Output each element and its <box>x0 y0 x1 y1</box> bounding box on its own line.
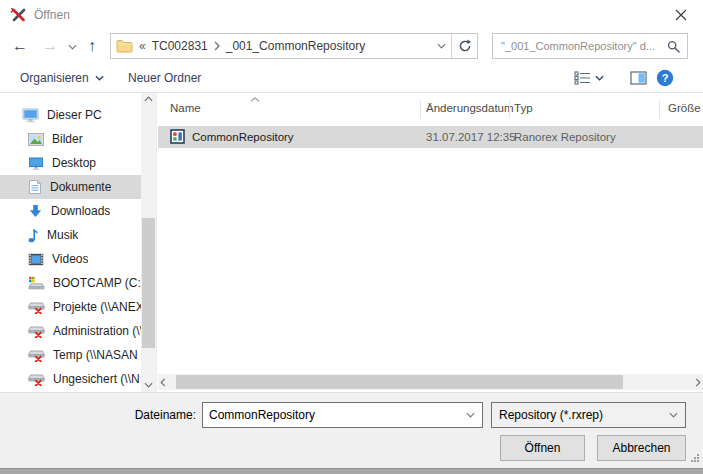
forward-button: → <box>42 34 58 58</box>
column-headers: Name Änderungsdatum Typ Größe <box>158 96 703 120</box>
documents-icon <box>28 179 42 195</box>
navigation-pane: Dieser PCBilderDesktopDokumenteDownloads… <box>0 93 157 392</box>
address-dropdown-icon[interactable] <box>431 43 451 49</box>
scroll-down-icon[interactable] <box>141 382 156 388</box>
column-divider[interactable] <box>509 100 510 118</box>
close-button[interactable] <box>658 0 703 30</box>
downloads-icon <box>28 204 43 219</box>
network-drive-disconnected-icon <box>28 324 45 338</box>
sidebar-item-label: Dieser PC <box>47 108 102 122</box>
sidebar-item-label: Desktop <box>52 156 96 170</box>
new-folder-label: Neuer Ordner <box>128 71 201 85</box>
address-overflow-indicator[interactable]: « <box>139 39 146 53</box>
ranorex-app-icon <box>10 7 27 23</box>
preview-pane-button[interactable] <box>630 63 647 92</box>
sidebar-item-videos[interactable]: Videos <box>0 247 141 271</box>
column-header-size[interactable]: Größe <box>668 96 701 120</box>
sidebar-item-temp-nasan[interactable]: Temp (\\NASAN <box>0 343 141 367</box>
svg-text:?: ? <box>662 72 669 84</box>
folder-icon <box>116 39 133 53</box>
window-title: Öffnen <box>34 8 70 22</box>
sidebar-item-bootcamp-c[interactable]: BOOTCAMP (C:) <box>0 271 141 295</box>
music-icon <box>28 228 39 243</box>
sidebar-scrollbar[interactable] <box>141 93 156 392</box>
search-icon[interactable] <box>667 40 680 53</box>
address-bar[interactable]: « TC002831_001_CommonRepository <box>110 33 478 59</box>
column-header-name[interactable]: Name <box>170 96 201 120</box>
change-view-button[interactable] <box>574 63 604 92</box>
search-box <box>492 33 688 59</box>
help-button[interactable]: ? <box>656 63 674 92</box>
sidebar-item-label: Musik <box>47 228 78 242</box>
close-icon <box>675 9 687 21</box>
filetype-dropdown[interactable]: Repository (*.rxrep) <box>491 402 686 428</box>
title-bar: Öffnen <box>0 0 703 30</box>
computer-icon <box>22 108 39 123</box>
filename-input[interactable] <box>203 408 466 422</box>
crumb-separator-icon <box>214 41 220 51</box>
new-folder-button[interactable]: Neuer Ordner <box>128 63 201 92</box>
sidebar-item-label: Bilder <box>52 132 83 146</box>
refresh-icon[interactable] <box>452 39 477 53</box>
cancel-button[interactable]: Abbrechen <box>597 435 686 461</box>
column-divider[interactable] <box>420 100 421 118</box>
breadcrumb: TC002831_001_CommonRepository <box>146 39 431 53</box>
network-drive-disconnected-icon <box>28 372 45 386</box>
chevron-down-icon[interactable] <box>466 412 475 418</box>
sidebar-item-administration[interactable]: Administration (\\ <box>0 319 141 343</box>
horizontal-scrollbar[interactable] <box>158 374 703 390</box>
command-bar: Organisieren Neuer Ordner ? <box>0 63 703 93</box>
sidebar-item-label: Temp (\\NASAN <box>53 348 138 362</box>
preview-pane-icon <box>630 71 647 85</box>
column-divider[interactable] <box>659 100 660 118</box>
file-name: CommonRepository <box>192 126 294 148</box>
file-rows: CommonRepository31.07.2017 12:35Ranorex … <box>158 126 703 148</box>
search-input[interactable] <box>493 40 667 52</box>
sidebar-item-dieser-pc[interactable]: Dieser PC <box>0 103 141 127</box>
sidebar-item-label: Dokumente <box>50 180 111 194</box>
file-modified: 31.07.2017 12:35 <box>426 126 516 148</box>
breadcrumb-item-001-commonrepository[interactable]: _001_CommonRepository <box>226 39 365 53</box>
details-view-icon <box>574 71 591 85</box>
chevron-down-icon <box>595 75 604 81</box>
sidebar-item-label: Projekte (\\ANEX <box>53 300 141 314</box>
scroll-right-icon[interactable] <box>695 374 701 390</box>
sidebar-item-desktop[interactable]: Desktop <box>0 151 141 175</box>
sidebar-item-bilder[interactable]: Bilder <box>0 127 141 151</box>
filetype-value: Repository (*.rxrep) <box>492 408 669 422</box>
column-header-type[interactable]: Typ <box>514 96 533 120</box>
window-bottom-edge <box>0 468 703 474</box>
scroll-up-icon[interactable] <box>141 96 156 102</box>
sidebar-item-dokumente[interactable]: Dokumente <box>0 175 141 199</box>
sidebar-item-downloads[interactable]: Downloads <box>0 199 141 223</box>
scroll-left-icon[interactable] <box>160 374 166 390</box>
sidebar-item-musik[interactable]: Musik <box>0 223 141 247</box>
recent-locations-chevron-icon[interactable] <box>68 44 77 50</box>
filename-label: Dateiname: <box>40 402 196 428</box>
sidebar-item-label: BOOTCAMP (C:) <box>53 276 141 290</box>
drive-icon <box>28 276 45 290</box>
main-area: Dieser PCBilderDesktopDokumenteDownloads… <box>0 93 703 392</box>
sidebar-item-ungesichert-n[interactable]: Ungesichert (\\N <box>0 367 141 391</box>
open-button[interactable]: Öffnen <box>500 435 585 461</box>
back-button[interactable]: ← <box>12 34 28 58</box>
sidebar-scrollbar-thumb[interactable] <box>142 218 155 348</box>
file-row-commonrepository[interactable]: CommonRepository31.07.2017 12:35Ranorex … <box>158 126 703 148</box>
pictures-icon <box>28 133 44 146</box>
sidebar-list: Dieser PCBilderDesktopDokumenteDownloads… <box>0 103 141 391</box>
filename-combobox <box>202 402 483 428</box>
help-icon: ? <box>656 69 674 87</box>
desktop-icon <box>28 156 44 170</box>
file-list: Name Änderungsdatum Typ Größe CommonRepo… <box>158 93 703 392</box>
videos-icon <box>28 253 44 266</box>
sidebar-item-projekte-anex[interactable]: Projekte (\\ANEX <box>0 295 141 319</box>
footer-panel: Dateiname: Repository (*.rxrep) Öffnen A… <box>0 392 703 469</box>
organize-button[interactable]: Organisieren <box>20 63 104 92</box>
resize-grip[interactable] <box>690 453 700 463</box>
horizontal-scrollbar-thumb[interactable] <box>176 375 623 389</box>
network-drive-disconnected-icon <box>28 348 45 362</box>
up-button[interactable]: ↑ <box>88 34 96 58</box>
breadcrumb-item-tc002831[interactable]: TC002831 <box>152 39 208 53</box>
file-type: Ranorex Repository <box>514 126 616 148</box>
column-header-modified[interactable]: Änderungsdatum <box>426 96 514 120</box>
